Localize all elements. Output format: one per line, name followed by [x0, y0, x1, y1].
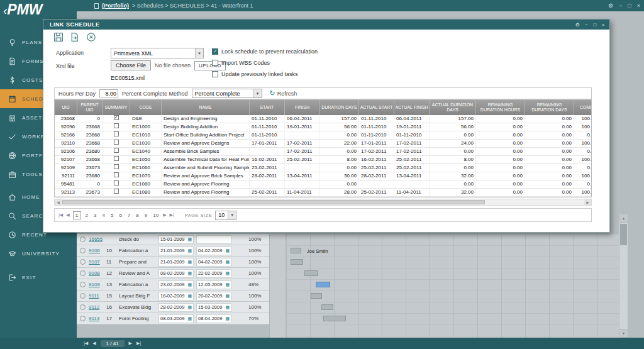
column-header[interactable]: START [250, 100, 285, 115]
gantt-bar[interactable] [304, 270, 318, 276]
schedule-row[interactable]: 911317Form Footing08-03-2009▦08-04-2009▦… [77, 313, 269, 324]
gantt-bar[interactable] [291, 248, 301, 253]
refresh-button[interactable]: ↻ Refresh [270, 90, 297, 97]
calendar-icon[interactable]: ▦ [187, 237, 192, 242]
last-record-icon[interactable]: ▶| [136, 341, 141, 346]
task-id-link[interactable]: 9107 [89, 259, 100, 265]
calendar-icon[interactable]: ▦ [225, 271, 230, 276]
last-page-icon[interactable]: ▶| [170, 213, 174, 218]
calendar-icon[interactable]: ▦ [187, 305, 192, 310]
schedule-row[interactable]: 911115Layout Bldg F16-02-2009▦20-02-2009… [77, 291, 269, 302]
column-header[interactable]: NAME [162, 100, 250, 115]
lock-schedule-checkbox[interactable] [212, 48, 218, 55]
summary-checkbox[interactable] [114, 156, 119, 161]
settings-icon[interactable]: ⚙ [608, 3, 613, 9]
summary-checkbox[interactable] [114, 164, 119, 169]
page-8[interactable]: 8 [135, 213, 140, 218]
task-id-link[interactable]: 9108 [89, 270, 100, 276]
task-id-link[interactable]: 9111 [89, 293, 99, 299]
task-id-link[interactable]: 16655 [89, 236, 103, 242]
column-header[interactable]: PARENT UID [77, 100, 103, 115]
page-6[interactable]: 6 [118, 213, 123, 218]
page-1[interactable]: 1 [73, 211, 81, 219]
gantt-bar[interactable] [321, 304, 333, 310]
schedule-row[interactable]: 910913Fabrication a23-02-2009▦12-05-2009… [77, 279, 269, 291]
column-header[interactable]: FINISH [285, 100, 320, 115]
maximize-icon[interactable]: □ [628, 3, 631, 9]
update-linked-option[interactable]: Update previously linked tasks [212, 71, 298, 77]
next-page-icon[interactable]: ▶ [163, 213, 166, 218]
next-record-icon[interactable]: ▶ [129, 341, 132, 346]
prev-record-icon[interactable]: ◀ [92, 341, 96, 346]
table-row[interactable]: 954810EC1080Review and Approve Flooring0… [55, 180, 591, 189]
calendar-icon[interactable]: ▦ [187, 248, 192, 253]
calendar-icon[interactable]: ▦ [225, 294, 230, 299]
grid-splitter[interactable] [269, 234, 286, 338]
calendar-icon[interactable]: ▦ [225, 305, 230, 310]
table-row[interactable]: 9211023668EC1030Review and Approve Desig… [55, 140, 591, 148]
summary-checkbox[interactable] [114, 115, 119, 120]
summary-checkbox[interactable] [114, 148, 119, 153]
column-header[interactable]: ACTUAL DURATION DAYS [430, 100, 476, 115]
table-row[interactable]: 236680D&EDesign and Engineering01-11-201… [55, 115, 591, 123]
table-row[interactable]: 9211123680EC1070Review and Approve Brick… [55, 172, 591, 180]
calendar-icon[interactable]: ▦ [225, 282, 230, 287]
task-id-link[interactable]: 9112 [89, 304, 99, 310]
dialog-settings-icon[interactable]: ⚙ [575, 22, 580, 28]
minimize-icon[interactable]: − [619, 3, 622, 9]
table-row[interactable]: 9209623668EC1000Design Building Addition… [55, 123, 591, 131]
calendar-icon[interactable]: ▦ [187, 282, 192, 287]
update-linked-checkbox[interactable] [212, 71, 218, 77]
schedule-row[interactable]: 16655check do15-01-2009▦100% [77, 234, 269, 245]
calendar-icon[interactable]: ▦ [225, 248, 230, 253]
close-circle-icon[interactable] [86, 32, 96, 42]
lock-schedule-option[interactable]: Lock schedule to prevent recalculation [212, 48, 318, 55]
import-wbs-option[interactable]: Import WBS Codes [212, 60, 270, 66]
calendar-icon[interactable]: ▦ [187, 271, 192, 276]
page-4[interactable]: 4 [101, 213, 106, 218]
gantt-bar[interactable] [323, 316, 346, 321]
column-header[interactable]: DURATION DAYS [320, 100, 359, 115]
prev-page-icon[interactable]: ◀ [66, 213, 69, 218]
summary-checkbox[interactable] [114, 123, 119, 128]
horizontal-scrollbar[interactable]: ◀ ▶ [54, 199, 592, 206]
save-icon[interactable] [53, 32, 64, 42]
dialog-maximize-icon[interactable]: □ [593, 22, 596, 28]
hours-per-day-input[interactable] [99, 89, 118, 97]
table-row[interactable]: 9211323673EC1080Review and Approve Floor… [55, 189, 591, 197]
column-header[interactable]: ACTUAL FINISH [394, 100, 430, 115]
scroll-right-arrow[interactable]: ▶ [584, 199, 591, 205]
task-id-link[interactable]: 9109 [89, 282, 100, 287]
page-size-select[interactable]: 10 ▼ [215, 211, 236, 220]
scroll-down-arrow[interactable]: ▼ [619, 329, 628, 337]
summary-checkbox[interactable] [114, 172, 119, 177]
breadcrumb-portfolio-link[interactable]: (Portfolio) [102, 3, 129, 9]
gantt-bar[interactable] [291, 259, 303, 265]
scroll-left-arrow[interactable]: ◀ [55, 199, 62, 205]
column-header[interactable]: SUMMARY [103, 100, 130, 115]
summary-checkbox[interactable] [114, 189, 119, 194]
schedule-row[interactable]: 910610Fabrication a21-01-2009▦04-02-2009… [77, 245, 269, 257]
schedule-row[interactable]: 911216Excavate Bldg28-02-2009▦15-03-2009… [77, 302, 269, 313]
table-row[interactable]: 9210623680EC1040Assemble Brick Samples17… [55, 148, 591, 156]
choose-file-button[interactable]: Choose File [111, 60, 151, 70]
column-header[interactable]: UID [55, 100, 77, 115]
summary-checkbox[interactable] [114, 140, 119, 145]
column-header[interactable]: ACTUAL START [359, 100, 394, 115]
dialog-minimize-icon[interactable]: − [585, 22, 588, 28]
column-header[interactable]: REMAINING DURATION DAYS [525, 100, 574, 115]
page-2[interactable]: 2 [84, 213, 89, 218]
calendar-icon[interactable]: ▦ [187, 316, 192, 321]
application-select[interactable]: Primavera XML ▼ [111, 48, 204, 58]
calendar-icon[interactable]: ▦ [187, 260, 192, 265]
dialog-close-icon[interactable]: × [602, 22, 605, 28]
page-9[interactable]: 9 [143, 213, 148, 218]
gantt-bar[interactable] [311, 293, 322, 299]
column-header[interactable]: REMAINING DURATION HOURS [476, 100, 525, 115]
column-header[interactable]: CODE [130, 100, 162, 115]
summary-checkbox[interactable] [114, 131, 119, 136]
schedule-row[interactable]: 910812Review and A08-02-2009▦22-02-2009▦… [77, 268, 269, 279]
page-7[interactable]: 7 [126, 213, 131, 218]
page-10[interactable]: 10 [152, 213, 160, 218]
gantt-bar[interactable] [316, 282, 330, 287]
